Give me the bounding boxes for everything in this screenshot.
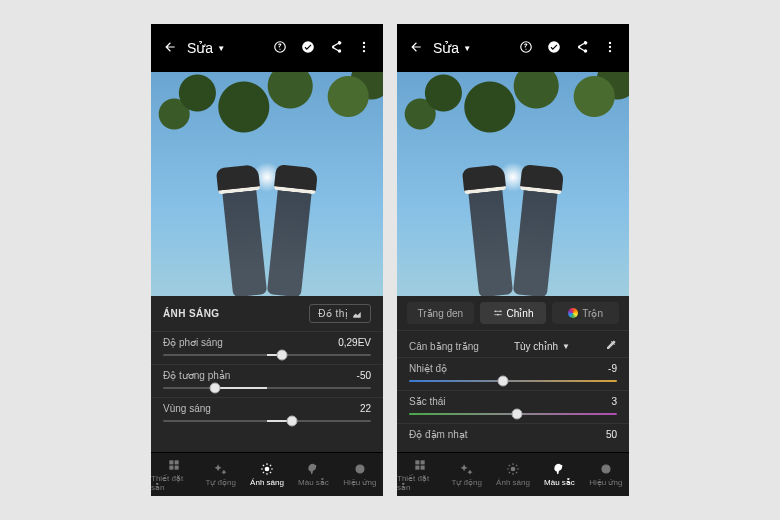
svg-point-0 [302, 41, 314, 53]
bottom-tabs: Thiết đặt sẵn Tự động Ánh sáng Màu sắc H… [151, 452, 383, 496]
temp-label: Nhiệt độ [409, 363, 447, 374]
tab-light[interactable]: Ánh sáng [490, 462, 536, 487]
tab-effects[interactable]: Hiệu ứng [337, 462, 383, 487]
tint-value: 3 [611, 396, 617, 407]
svg-point-14 [609, 50, 611, 52]
tab-effects[interactable]: Hiệu ứng [583, 462, 629, 487]
phone-right: Sửa ▼ Trắng đen Chỉnh Trộn [397, 24, 629, 496]
header-title-text: Sửa [433, 40, 459, 56]
accept-icon[interactable] [547, 40, 561, 56]
tab-color-label: Màu sắc [298, 478, 329, 487]
top-bar: Sửa ▼ [397, 24, 629, 72]
tab-color[interactable]: Màu sắc [290, 462, 336, 487]
tint-label: Sắc thái [409, 396, 446, 407]
bottom-tabs: Thiết đặt sẵn Tự động Ánh sáng Màu sắc H… [397, 452, 629, 496]
vibrance-label: Độ đậm nhạt [409, 429, 468, 440]
tab-presets[interactable]: Thiết đặt sẵn [151, 458, 197, 492]
svg-point-1 [363, 42, 365, 44]
tab-presets-label: Thiết đặt sẵn [397, 474, 443, 492]
svg-point-13 [609, 46, 611, 48]
tab-light-label: Ánh sáng [496, 478, 530, 487]
exposure-value: 0,29EV [338, 337, 371, 348]
help-icon[interactable] [519, 40, 533, 56]
svg-rect-6 [170, 465, 174, 469]
svg-point-8 [265, 467, 270, 472]
color-panel: Trắng đen Chỉnh Trộn Cân bằng trắng Tùy … [397, 296, 629, 452]
caret-down-icon: ▼ [463, 44, 471, 53]
tab-presets-label: Thiết đặt sẵn [151, 474, 197, 492]
svg-point-3 [363, 50, 365, 52]
chevron-down-icon: ▼ [562, 342, 570, 351]
svg-point-24 [602, 465, 610, 473]
svg-rect-19 [421, 460, 425, 464]
photo-preview[interactable] [151, 72, 383, 296]
svg-rect-20 [416, 465, 420, 469]
color-ring-icon [568, 308, 578, 318]
header-title[interactable]: Sửa ▼ [433, 40, 471, 56]
help-icon[interactable] [273, 40, 287, 56]
tab-auto-label: Tự động [451, 478, 481, 487]
share-icon[interactable] [575, 40, 589, 56]
wb-mode-value: Tùy chỉnh [514, 341, 558, 352]
temp-value: -9 [608, 363, 617, 374]
contrast-value: -50 [357, 370, 371, 381]
tab-color-label: Màu sắc [544, 478, 575, 487]
tab-light[interactable]: Ánh sáng [244, 462, 290, 487]
light-panel: ÁNH SÁNG Đồ thị Độ phơi sáng 0,29EV Độ t… [151, 296, 383, 452]
highlights-value: 22 [360, 403, 371, 414]
more-icon[interactable] [357, 40, 371, 56]
tab-effects-label: Hiệu ứng [343, 478, 376, 487]
adjust-tab-label: Chỉnh [507, 308, 534, 319]
wb-label: Cân bằng trắng [409, 341, 479, 352]
share-icon[interactable] [329, 40, 343, 56]
svg-rect-21 [421, 465, 425, 469]
graph-button-label: Đồ thị [318, 308, 348, 319]
mix-tab[interactable]: Trộn [552, 302, 619, 324]
svg-rect-18 [416, 460, 420, 464]
temperature-slider[interactable]: Nhiệt độ -9 [397, 357, 629, 390]
section-title: ÁNH SÁNG [163, 308, 220, 319]
svg-point-11 [548, 41, 560, 53]
svg-point-2 [363, 46, 365, 48]
highlights-label: Vùng sáng [163, 403, 211, 414]
more-icon[interactable] [603, 40, 617, 56]
tab-auto[interactable]: Tự động [443, 462, 489, 487]
back-icon[interactable] [409, 40, 423, 56]
tab-auto[interactable]: Tự động [197, 462, 243, 487]
accept-icon[interactable] [301, 40, 315, 56]
vibrance-value: 50 [606, 429, 617, 440]
bw-tab-label: Trắng đen [418, 308, 464, 319]
svg-rect-7 [175, 465, 179, 469]
contrast-slider[interactable]: Độ tương phản -50 [151, 364, 383, 397]
tab-auto-label: Tự động [205, 478, 235, 487]
back-icon[interactable] [163, 40, 177, 56]
header-title-text: Sửa [187, 40, 213, 56]
svg-rect-5 [175, 460, 179, 464]
tab-light-label: Ánh sáng [250, 478, 284, 487]
svg-point-12 [609, 42, 611, 44]
wb-mode-dropdown[interactable]: Tùy chỉnh ▼ [514, 341, 570, 352]
phone-left: Sửa ▼ ÁNH SÁNG Đồ thị Độ p [151, 24, 383, 496]
eyedropper-icon[interactable] [605, 339, 617, 353]
tint-slider[interactable]: Sắc thái 3 [397, 390, 629, 423]
mix-tab-label: Trộn [582, 308, 603, 319]
contrast-label: Độ tương phản [163, 370, 230, 381]
tab-color[interactable]: Màu sắc [536, 462, 582, 487]
vibrance-slider[interactable]: Độ đậm nhạt 50 [397, 423, 629, 446]
caret-down-icon: ▼ [217, 44, 225, 53]
top-bar: Sửa ▼ [151, 24, 383, 72]
svg-rect-4 [170, 460, 174, 464]
highlights-slider[interactable]: Vùng sáng 22 [151, 397, 383, 430]
exposure-slider[interactable]: Độ phơi sáng 0,29EV [151, 331, 383, 364]
exposure-label: Độ phơi sáng [163, 337, 223, 348]
svg-point-10 [356, 465, 364, 473]
header-title[interactable]: Sửa ▼ [187, 40, 225, 56]
graph-button[interactable]: Đồ thị [309, 304, 371, 323]
adjust-tab[interactable]: Chỉnh [480, 302, 547, 324]
white-balance-row: Cân bằng trắng Tùy chỉnh ▼ [397, 330, 629, 357]
photo-preview[interactable] [397, 72, 629, 296]
bw-tab[interactable]: Trắng đen [407, 302, 474, 324]
tab-effects-label: Hiệu ứng [589, 478, 622, 487]
tab-presets[interactable]: Thiết đặt sẵn [397, 458, 443, 492]
svg-point-22 [511, 467, 516, 472]
